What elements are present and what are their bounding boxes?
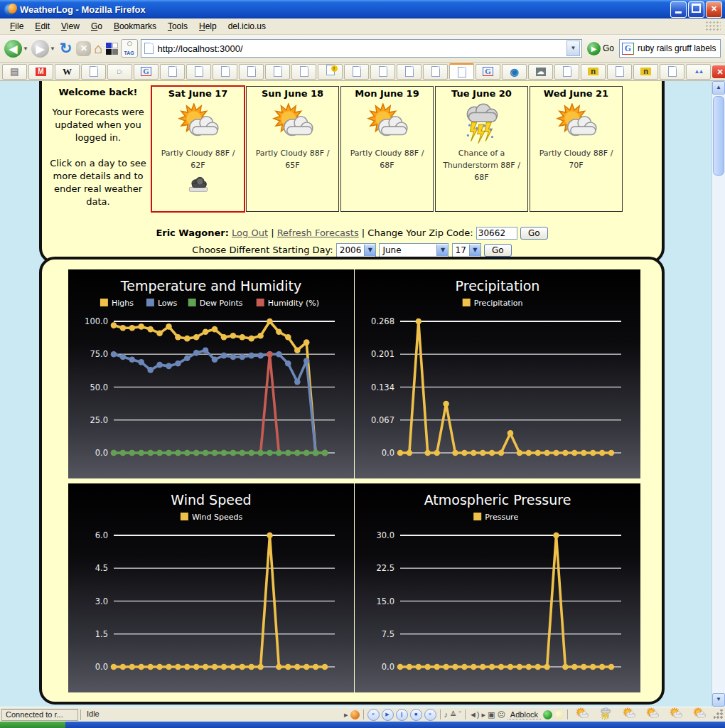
url-bar[interactable]: ▼ bbox=[141, 39, 582, 58]
adblock-label[interactable]: Adblock bbox=[508, 710, 541, 719]
bookmark-item-26[interactable]: ▲▲ bbox=[686, 64, 711, 80]
bookmark-item-17[interactable] bbox=[449, 63, 474, 80]
refresh-forecasts-link[interactable]: Refresh Forecasts bbox=[277, 228, 359, 238]
bookmark-item-5[interactable]: G bbox=[134, 64, 159, 80]
menu-help[interactable]: Help bbox=[193, 20, 222, 33]
eject-icon[interactable]: ≙ bbox=[450, 710, 456, 719]
bookmark-item-13[interactable] bbox=[344, 64, 369, 80]
bookmark-item-1[interactable]: M bbox=[28, 64, 53, 80]
day-card-4[interactable]: Wed June 21Partly Cloudy 88F / 70F bbox=[530, 86, 623, 212]
adblock-status-icon[interactable] bbox=[543, 710, 552, 719]
start-day-go-button[interactable]: Go bbox=[484, 244, 512, 257]
arrow-icon[interactable]: ▸ bbox=[481, 710, 485, 719]
menu-tools[interactable]: Tools bbox=[162, 20, 193, 33]
next-icon[interactable]: » bbox=[424, 709, 436, 721]
logout-link[interactable]: Log Out bbox=[232, 228, 268, 238]
expand-arrow-icon[interactable]: ▸ bbox=[344, 710, 348, 719]
collapse-icon[interactable]: ˇ bbox=[458, 710, 461, 719]
tag-button[interactable]: TAG bbox=[121, 39, 138, 58]
zip-input[interactable] bbox=[476, 227, 517, 240]
menu-file[interactable]: File bbox=[4, 20, 29, 33]
url-input[interactable] bbox=[156, 43, 564, 55]
page-icon bbox=[90, 66, 98, 77]
bookmark-item-25[interactable] bbox=[660, 64, 684, 80]
minimize-button[interactable] bbox=[670, 1, 687, 18]
forecastfox-partly-cloudy-icon[interactable] bbox=[667, 707, 684, 722]
back-button[interactable]: ◀▼ bbox=[4, 40, 28, 58]
forward-dropdown-icon[interactable]: ▼ bbox=[50, 46, 55, 52]
moon-phase-icon[interactable] bbox=[554, 710, 564, 719]
tile-view-button[interactable] bbox=[106, 43, 118, 55]
day-select[interactable]: 17▼ bbox=[452, 243, 481, 257]
bookmark-item-18[interactable]: G bbox=[476, 64, 500, 80]
search-bar[interactable]: G bbox=[619, 39, 721, 58]
forecastfox-partly-cloudy-icon[interactable] bbox=[644, 707, 661, 722]
volume-icon[interactable]: ◄) bbox=[469, 710, 480, 719]
window-icon[interactable]: ▣ bbox=[488, 710, 495, 719]
day-card-description: Chance of a Thunderstorm 88F / 68F bbox=[436, 144, 527, 183]
menu-go[interactable]: Go bbox=[85, 20, 108, 33]
home-button[interactable]: ⌂ bbox=[94, 41, 102, 57]
year-select[interactable]: 2006▼ bbox=[336, 243, 377, 257]
play-icon[interactable]: ▶ bbox=[382, 709, 394, 721]
forecastfox-partly-cloudy-icon[interactable] bbox=[574, 707, 591, 722]
bookmark-item-20[interactable]: ☁ bbox=[528, 64, 553, 80]
menu-view[interactable]: View bbox=[55, 20, 85, 33]
bookmark-item-12[interactable]: ! bbox=[318, 64, 343, 80]
bookmark-item-14[interactable] bbox=[370, 64, 395, 80]
back-dropdown-icon[interactable]: ▼ bbox=[23, 46, 28, 52]
go-button[interactable]: ▶ Go bbox=[585, 42, 616, 55]
stop-icon[interactable]: ■ bbox=[410, 709, 422, 721]
forecastfox-partly-cloudy-icon[interactable] bbox=[621, 707, 638, 722]
close-button[interactable]: ✕ bbox=[706, 1, 722, 18]
zip-go-button[interactable]: Go bbox=[520, 227, 548, 240]
forecastfox-thunderstorm-icon[interactable] bbox=[597, 707, 614, 722]
scroll-down-icon[interactable]: ▼ bbox=[712, 693, 725, 707]
bookmark-item-0[interactable]: ▤ bbox=[2, 64, 27, 80]
stop-button[interactable]: ✕ bbox=[76, 41, 91, 56]
vertical-scrollbar[interactable]: ▲ ▼ bbox=[711, 81, 725, 707]
bookmark-item-4[interactable]: ⌂ bbox=[107, 64, 132, 80]
google-icon: G bbox=[483, 67, 493, 76]
bookmark-item-10[interactable] bbox=[265, 64, 290, 80]
bookmark-item-24[interactable]: n bbox=[633, 64, 658, 80]
music-note-icon[interactable]: ♪ bbox=[444, 710, 449, 719]
sad-face-icon[interactable]: ☹ bbox=[497, 710, 505, 719]
bookmark-item-19[interactable]: ◉ bbox=[502, 64, 527, 80]
url-dropdown-icon[interactable]: ▼ bbox=[566, 41, 580, 56]
month-select[interactable]: June▼ bbox=[379, 243, 449, 257]
maximize-button[interactable] bbox=[688, 1, 704, 18]
menu-edit[interactable]: Edit bbox=[29, 20, 55, 33]
foxytunes-icon[interactable] bbox=[350, 710, 360, 719]
menu-bookmarks[interactable]: Bookmarks bbox=[108, 20, 162, 33]
previous-icon[interactable]: « bbox=[367, 709, 380, 721]
resize-grip[interactable] bbox=[714, 710, 724, 719]
bookmark-item-9[interactable] bbox=[239, 64, 264, 80]
bookmark-item-11[interactable] bbox=[291, 64, 316, 80]
scroll-up-icon[interactable]: ▲ bbox=[712, 81, 725, 95]
bookmark-item-22[interactable]: n bbox=[581, 64, 606, 80]
day-card-3[interactable]: Tue June 20Chance of a Thunderstorm 88F … bbox=[435, 86, 528, 212]
bookmark-item-3[interactable] bbox=[81, 64, 106, 80]
pause-icon[interactable]: ∥ bbox=[396, 709, 408, 721]
forward-button[interactable]: ▶▼ bbox=[31, 40, 55, 58]
bookmark-item-2[interactable]: W bbox=[55, 64, 80, 80]
search-input[interactable] bbox=[636, 43, 718, 54]
bookmark-item-8[interactable] bbox=[213, 64, 237, 80]
day-card-1[interactable]: Sun June 18Partly Cloudy 88F / 65F bbox=[246, 86, 339, 212]
forecastfox-partly-cloudy-icon[interactable] bbox=[691, 707, 708, 722]
bookmark-item-16[interactable] bbox=[423, 64, 448, 80]
bookmarks-close-icon[interactable]: ✕ bbox=[712, 65, 725, 78]
bookmark-item-7[interactable] bbox=[186, 64, 211, 80]
scrollbar-thumb[interactable] bbox=[713, 96, 724, 176]
day-card-2[interactable]: Mon June 19Partly Cloudy 88F / 68F bbox=[340, 86, 434, 212]
menu-del-icio-us[interactable]: del.icio.us bbox=[222, 20, 272, 33]
day-card-0[interactable]: Sat June 17Partly Cloudy 88F / 62F bbox=[151, 85, 245, 213]
scrollbar-track[interactable] bbox=[712, 177, 725, 693]
bookmark-item-23[interactable] bbox=[607, 64, 632, 80]
bookmark-item-6[interactable] bbox=[160, 64, 185, 80]
bookmark-item-15[interactable] bbox=[397, 64, 421, 80]
bookmark-item-21[interactable] bbox=[554, 64, 579, 80]
google-logo-icon[interactable]: G bbox=[622, 43, 634, 55]
reload-button[interactable]: ↻ bbox=[58, 40, 74, 57]
